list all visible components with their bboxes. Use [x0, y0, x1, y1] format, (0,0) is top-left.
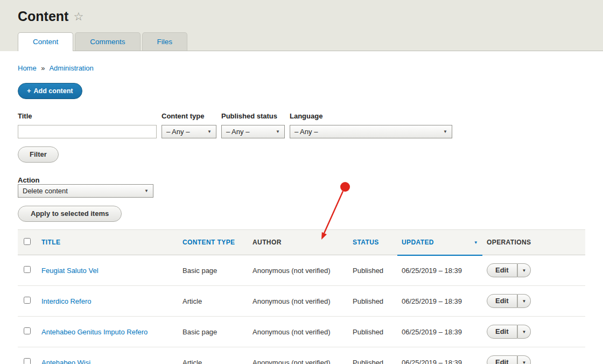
content-table: TITLE CONTENT TYPE AUTHOR STATUS UPDATED… [18, 229, 585, 364]
content-type-cell: Article [178, 286, 248, 317]
published-status-select[interactable]: – Any – ▼ [221, 125, 285, 138]
published-status-filter-label: Published status [221, 112, 285, 120]
content-type-cell: Basic page [178, 255, 248, 286]
content-type-filter-label: Content type [162, 112, 216, 120]
table-row: Interdico Refero Article Anonymous (not … [18, 286, 585, 317]
table-row: Antehabeo Wisi Article Anonymous (not ve… [18, 347, 585, 364]
operations-dropdown-toggle[interactable]: ▼ [517, 325, 531, 339]
edit-button[interactable]: Edit [487, 294, 517, 308]
content-title-link[interactable]: Feugiat Saluto Vel [41, 267, 99, 275]
tab-content[interactable]: Content [18, 32, 73, 51]
main-content: Home » Administration + Add content Titl… [0, 64, 603, 364]
add-content-button[interactable]: + Add content [18, 83, 82, 99]
author-cell: Anonymous (not verified) [248, 347, 348, 364]
updated-cell: 06/25/2019 – 18:39 [397, 255, 482, 286]
edit-button[interactable]: Edit [487, 355, 517, 364]
row-checkbox[interactable] [24, 266, 31, 273]
language-select-value: – Any – [295, 128, 318, 136]
content-title-link[interactable]: Antehabeo Genitus Imputo Refero [41, 328, 148, 336]
breadcrumb-home-link[interactable]: Home [18, 64, 37, 72]
chevron-down-icon: ▼ [276, 129, 280, 134]
action-label: Action [18, 176, 39, 184]
chevron-down-icon: ▼ [207, 129, 212, 134]
edit-button[interactable]: Edit [487, 325, 517, 339]
chevron-down-icon: ▼ [144, 188, 149, 193]
action-select-value: Delete content [23, 187, 68, 195]
author-cell: Anonymous (not verified) [248, 286, 348, 317]
author-header: AUTHOR [248, 230, 348, 255]
operations-dropdown-toggle[interactable]: ▼ [517, 294, 531, 308]
add-content-label: Add content [34, 87, 73, 95]
language-filter-field: Language – Any – ▼ [290, 112, 452, 138]
published-status-select-value: – Any – [226, 128, 249, 136]
table-row: Feugiat Saluto Vel Basic page Anonymous … [18, 255, 585, 286]
title-filter-field: Title [18, 112, 157, 138]
operations-split-button: Edit ▼ [487, 355, 531, 364]
sort-updated-header[interactable]: UPDATED [402, 239, 434, 246]
operations-split-button: Edit ▼ [487, 294, 531, 308]
updated-cell: 06/25/2019 – 18:39 [397, 286, 482, 317]
primary-tabs: Content Comments Files [18, 32, 603, 51]
operations-dropdown-toggle[interactable]: ▼ [517, 263, 531, 277]
row-checkbox[interactable] [24, 358, 31, 364]
star-icon[interactable]: ☆ [73, 11, 83, 22]
content-title-link[interactable]: Antehabeo Wisi [41, 359, 90, 364]
plus-icon: + [27, 87, 31, 95]
table-row: Antehabeo Genitus Imputo Refero Basic pa… [18, 317, 585, 347]
tab-files[interactable]: Files [142, 32, 188, 51]
language-filter-label: Language [290, 112, 452, 120]
select-all-checkbox[interactable] [24, 238, 31, 245]
published-status-filter-field: Published status – Any – ▼ [221, 112, 285, 138]
author-cell: Anonymous (not verified) [248, 255, 348, 286]
status-cell: Published [348, 347, 397, 364]
operations-split-button: Edit ▼ [487, 263, 531, 277]
row-checkbox[interactable] [24, 297, 31, 304]
filter-form: Title Content type – Any – ▼ Published s… [18, 112, 585, 138]
sort-content-type-header[interactable]: CONTENT TYPE [183, 239, 235, 246]
author-cell: Anonymous (not verified) [248, 317, 348, 347]
operations-split-button: Edit ▼ [487, 325, 531, 339]
breadcrumb-separator: » [41, 64, 45, 72]
breadcrumb-administration-link[interactable]: Administration [49, 64, 93, 72]
sort-status-header[interactable]: STATUS [353, 239, 379, 246]
status-cell: Published [348, 317, 397, 347]
bulk-action-block: Action Delete content ▼ [18, 176, 585, 198]
sort-descending-icon[interactable]: ▼ [474, 240, 478, 245]
title-filter-input[interactable] [18, 125, 157, 138]
apply-to-selected-button[interactable]: Apply to selected items [18, 206, 122, 222]
content-type-filter-field: Content type – Any – ▼ [162, 112, 216, 138]
content-title-link[interactable]: Interdico Refero [41, 297, 92, 305]
edit-button[interactable]: Edit [487, 263, 517, 277]
action-select[interactable]: Delete content ▼ [18, 184, 153, 198]
row-checkbox[interactable] [24, 327, 31, 334]
content-type-cell: Article [178, 347, 248, 364]
updated-cell: 06/25/2019 – 18:39 [397, 317, 482, 347]
tab-comments[interactable]: Comments [75, 32, 140, 51]
content-type-select-value: – Any – [166, 128, 190, 136]
operations-dropdown-toggle[interactable]: ▼ [517, 355, 531, 364]
content-type-select[interactable]: – Any – ▼ [162, 125, 216, 138]
operations-header: OPERATIONS [482, 230, 585, 255]
chevron-down-icon: ▼ [443, 129, 447, 134]
updated-cell: 06/25/2019 – 18:39 [397, 347, 482, 364]
status-cell: Published [348, 286, 397, 317]
status-cell: Published [348, 255, 397, 286]
language-select[interactable]: – Any – ▼ [290, 125, 452, 138]
title-filter-label: Title [18, 112, 157, 120]
sort-title-header[interactable]: TITLE [41, 239, 60, 246]
breadcrumb: Home » Administration [18, 64, 585, 72]
table-header-row: TITLE CONTENT TYPE AUTHOR STATUS UPDATED… [18, 230, 585, 255]
content-type-cell: Basic page [178, 317, 248, 347]
filter-button[interactable]: Filter [18, 146, 59, 163]
page-header: Content ☆ Content Comments Files [0, 0, 603, 51]
page-title: Content [18, 9, 68, 24]
